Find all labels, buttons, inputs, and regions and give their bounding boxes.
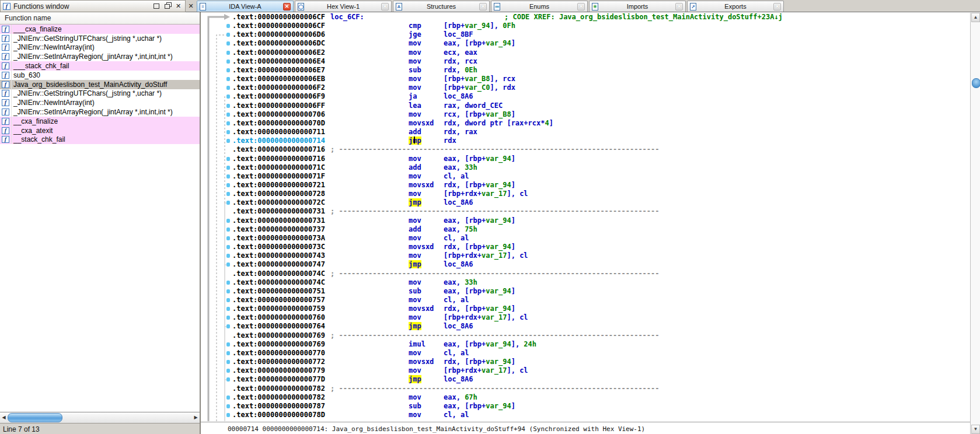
tab-close-icon[interactable]: ✕ (577, 3, 585, 10)
functions-window-titlebar[interactable]: f Functions window ✕ (0, 0, 186, 12)
asm-line[interactable]: .text:0000000000000770movcl, al (201, 349, 970, 358)
asm-line[interactable]: .text:00000000000006F9jaloc_8A6 (201, 92, 970, 101)
asm-line[interactable]: .text:0000000000000716; ----------------… (201, 145, 970, 154)
maximize-button[interactable] (152, 2, 161, 10)
tab-imports[interactable]: ✳Imports✕ (589, 1, 686, 12)
vscroll-thumb[interactable] (972, 78, 980, 88)
function-row-cxa-finalize[interactable]: f___cxa_finalize (0, 24, 200, 34)
asm-line[interactable]: .text:0000000000000711addrdx, rax (201, 128, 970, 136)
asm-line[interactable]: .text:0000000000000760mov[rbp+rdx+var_17… (201, 313, 970, 322)
function-row-stack-chk-fail[interactable]: f__stack_chk_fail (0, 135, 200, 145)
asm-line[interactable]: .text:000000000000071Caddeax, 33h (201, 163, 970, 172)
asm-line[interactable]: .text:0000000000000787subeax, [rbp+var_9… (201, 402, 970, 411)
asm-operands: cl, al (444, 411, 469, 419)
asm-line[interactable]: .text:0000000000000772movsxdrdx, [rbp+va… (201, 358, 970, 366)
instruction-dot-icon (226, 174, 230, 178)
asm-line[interactable]: .text:0000000000000721movsxdrdx, [rbp+va… (201, 181, 970, 190)
float-button[interactable] (163, 2, 172, 10)
asm-line[interactable]: .text:00000000000006CFcmp[rbp+var_94], 0… (201, 22, 970, 30)
tab-exports[interactable]: ➚Exports✕ (687, 1, 784, 12)
asm-line[interactable]: .text:0000000000000779mov[rbp+rdx+var_17… (201, 366, 970, 375)
asm-line[interactable]: .text:0000000000000751subeax, [rbp+var_9… (201, 287, 970, 296)
function-row-jnienv-getstringutfchars-jstring-uchar[interactable]: f_JNIEnv::GetStringUTFChars(_jstring *,u… (0, 34, 200, 43)
asm-address: .text:000000000000071F (232, 172, 325, 180)
asm-line[interactable]: .text:000000000000070Dmovsxdrdx, dword p… (201, 119, 970, 128)
function-row-sub-630[interactable]: fsub_630 (0, 71, 200, 80)
asm-line[interactable]: .text:00000000000006CFloc_6CF:; CODE XRE… (201, 13, 970, 22)
hscroll-thumb[interactable] (8, 413, 62, 422)
asm-line[interactable]: .text:00000000000006E7subrdx, 0Eh (201, 66, 970, 75)
function-row-java-org-bsideslisbon-test-mainactivity-[interactable]: fJava_org_bsideslisbon_test_MainActivity… (0, 80, 200, 89)
asm-line[interactable]: .text:0000000000000764jmploc_8A6 (201, 322, 970, 331)
asm-line[interactable]: .text:0000000000000716moveax, [rbp+var_9… (201, 155, 970, 163)
tab-close-icon[interactable]: ✕ (381, 3, 389, 10)
tab-enums[interactable]: ≔Enums✕ (491, 1, 588, 12)
tab-label: Imports (599, 3, 675, 10)
tab-hex-view-1[interactable]: ◯Hex View-1✕ (295, 1, 392, 12)
asm-address: .text:0000000000000716 (232, 155, 325, 163)
function-row-jnienv-newintarray-int[interactable]: f_JNIEnv::NewIntArray(int) (0, 43, 200, 52)
hscroll-right-arrow-icon[interactable]: ▶ (193, 414, 199, 421)
asm-line[interactable]: .text:0000000000000769imuleax, [rbp+var_… (201, 340, 970, 349)
asm-line[interactable]: .text:000000000000073Amovcl, al (201, 234, 970, 243)
close-button[interactable]: ✕ (174, 2, 183, 10)
function-row-stack-chk-fail[interactable]: f___stack_chk_fail (0, 61, 200, 71)
asm-line[interactable]: .text:0000000000000706movrcx, [rbp+var_B… (201, 110, 970, 119)
tab-close-icon[interactable]: ✕ (479, 3, 487, 10)
asm-line[interactable]: .text:00000000000006DCmoveax, [rbp+var_9… (201, 39, 970, 48)
tab-structures[interactable]: AStructures✕ (393, 1, 490, 12)
asm-mnemonic: mov (409, 251, 421, 260)
asm-mnemonic: mov (409, 393, 421, 401)
asm-line[interactable]: .text:000000000000077Djmploc_8A6 (201, 375, 970, 384)
function-row-cxa-finalize[interactable]: f__cxa_finalize (0, 117, 200, 126)
asm-line[interactable]: .text:0000000000000759movsxdrdx, [rbp+va… (201, 304, 970, 313)
instruction-dot-icon (226, 245, 230, 249)
functions-hscrollbar[interactable]: ◀ ▶ (0, 412, 200, 423)
function-row-jnienv-newintarray-int[interactable]: f_JNIEnv::NewIntArray(int) (0, 98, 200, 107)
asm-line[interactable]: .text:000000000000074Cmoveax, 33h (201, 278, 970, 287)
asm-line[interactable]: .text:00000000000006D6jgeloc_8BF (201, 30, 970, 39)
hscroll-left-arrow-icon[interactable]: ◀ (1, 414, 7, 421)
asm-line[interactable]: .text:00000000000006E2movecx, eax (201, 48, 970, 57)
asm-line[interactable]: .text:0000000000000743mov[rbp+rdx+var_17… (201, 251, 970, 260)
asm-line[interactable]: .text:0000000000000782; ----------------… (201, 384, 970, 393)
asm-line[interactable]: .text:0000000000000731; ----------------… (201, 207, 970, 216)
asm-operands: [rbp+var_94], 0Fh (444, 22, 515, 30)
asm-line[interactable]: .text:00000000000006FFlearax, dword_CEC (201, 102, 970, 110)
asm-line[interactable]: .text:0000000000000747jmploc_8A6 (201, 260, 970, 269)
vscroll-up-arrow-icon[interactable]: ▲ (971, 13, 980, 22)
asm-line[interactable]: .text:0000000000000757movcl, al (201, 296, 970, 304)
asm-line[interactable]: .text:00000000000006E4movrdx, rcx (201, 57, 970, 66)
asm-line[interactable]: .text:0000000000000737addeax, 75h (201, 225, 970, 234)
instruction-dot-icon (226, 77, 230, 81)
tab-close-icon[interactable]: ✕ (675, 3, 683, 10)
asm-line[interactable]: .text:0000000000000782moveax, 67h (201, 393, 970, 402)
instruction-dot-icon (226, 139, 230, 143)
asm-line[interactable]: .text:00000000000006EBmov[rbp+var_B8], r… (201, 75, 970, 83)
tabbar-close-icon[interactable]: ✕ (187, 1, 195, 12)
asm-operands: rdx, [rbp+var_94] (444, 304, 515, 313)
asm-line[interactable]: .text:00000000000006F2mov[rbp+var_C0], r… (201, 83, 970, 92)
function-row-cxa-atexit[interactable]: f__cxa_atexit (0, 126, 200, 135)
tab-ida-view-a[interactable]: ≡IDA View-A✕ (197, 1, 294, 12)
asm-line[interactable]: .text:000000000000071Fmovcl, al (201, 172, 970, 181)
asm-line[interactable]: .text:000000000000073Cmovsxdrdx, [rbp+va… (201, 243, 970, 251)
function-row-jnienv-getstringutfchars-jstring-uchar[interactable]: f_JNIEnv::GetStringUTFChars(_jstring *,u… (0, 89, 200, 99)
disasm-vscrollbar[interactable]: ▲ ▼ (970, 13, 980, 434)
asm-operands: rdx, [rbp+var_94] (444, 358, 515, 366)
asm-mnemonic: sub (409, 66, 421, 74)
asm-line[interactable]: .text:0000000000000728mov[rbp+rdx+var_17… (201, 190, 970, 198)
function-name-column-header[interactable]: Function name (0, 12, 200, 24)
tab-close-icon[interactable]: ✕ (283, 3, 291, 10)
tab-close-icon[interactable]: ✕ (773, 3, 781, 10)
function-row-jnienv-setintarrayregion-jintarray-int-i[interactable]: f_JNIEnv::SetIntArrayRegion(_jintArray *… (0, 52, 200, 61)
asm-line[interactable]: .text:0000000000000731moveax, [rbp+var_9… (201, 216, 970, 225)
asm-line[interactable]: .text:000000000000078Dmovcl, al (201, 411, 970, 419)
asm-line[interactable]: .text:0000000000000714jmprdx (201, 136, 970, 145)
asm-line[interactable]: .text:000000000000072Cjmploc_8A6 (201, 198, 970, 207)
vscroll-down-arrow-icon[interactable]: ▼ (971, 425, 980, 434)
xref-comment: ; CODE XREF: Java_org_bsideslisbon_test_… (504, 13, 783, 21)
asm-line[interactable]: .text:000000000000074C; ----------------… (201, 270, 970, 278)
function-row-jnienv-setintarrayregion-jintarray-int-i[interactable]: f_JNIEnv::SetIntArrayRegion(_jintArray *… (0, 107, 200, 117)
asm-line[interactable]: .text:0000000000000769; ----------------… (201, 331, 970, 340)
